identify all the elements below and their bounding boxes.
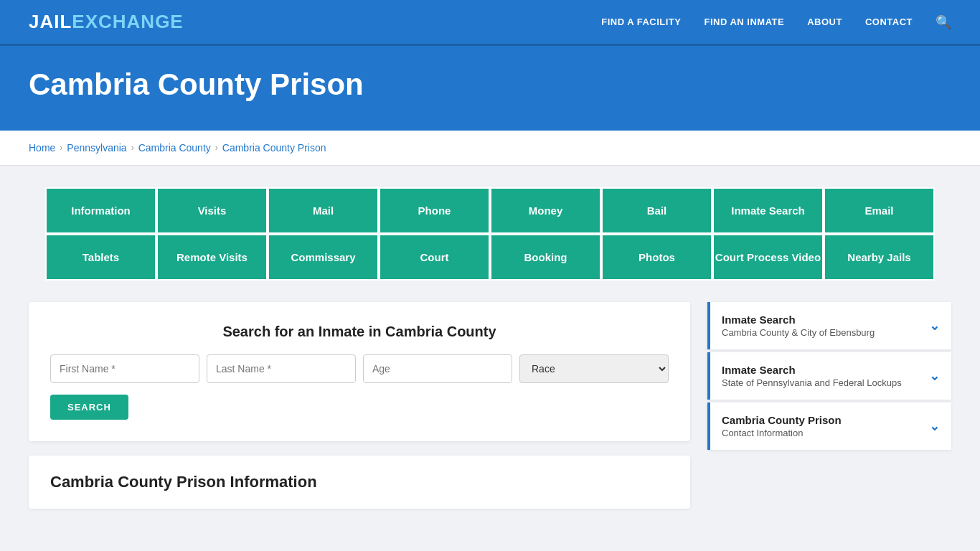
- tab-email[interactable]: Email: [824, 187, 935, 234]
- chevron-down-icon-0: ⌄: [929, 318, 940, 334]
- sidebar-card-0-title: Inmate Search: [722, 314, 875, 326]
- breadcrumb-sep-1: ›: [60, 143, 62, 153]
- first-name-input[interactable]: [50, 354, 199, 383]
- tab-mail[interactable]: Mail: [268, 187, 379, 234]
- main-nav: FIND A FACILITY FIND AN INMATE ABOUT CON…: [601, 14, 951, 30]
- sidebar-card-0: Inmate Search Cambria County & City of E…: [707, 302, 951, 349]
- search-icon-button[interactable]: 🔍: [936, 14, 951, 30]
- sidebar-card-2-title: Cambria County Prison: [722, 414, 842, 426]
- sidebar-card-2-sub: Contact Information: [722, 428, 842, 438]
- tab-money[interactable]: Money: [490, 187, 601, 234]
- tab-court-process-video[interactable]: Court Process Video: [712, 234, 824, 281]
- tab-photos[interactable]: Photos: [601, 234, 712, 281]
- chevron-down-icon-1: ⌄: [929, 368, 940, 384]
- sidebar-card-1-text: Inmate Search State of Pennsylvania and …: [722, 364, 902, 388]
- info-section: Cambria County Prison Information: [29, 456, 690, 509]
- breadcrumb-sep-2: ›: [131, 143, 134, 153]
- nav-find-facility[interactable]: FIND A FACILITY: [601, 17, 681, 27]
- breadcrumb-cambria-county[interactable]: Cambria County: [138, 142, 211, 154]
- search-panel: Search for an Inmate in Cambria County R…: [29, 302, 690, 441]
- breadcrumb-current: Cambria County Prison: [222, 142, 326, 154]
- sidebar-card-1-toggle[interactable]: Inmate Search State of Pennsylvania and …: [710, 352, 951, 400]
- tab-nearby-jails[interactable]: Nearby Jails: [824, 234, 935, 281]
- sidebar-card-1-title: Inmate Search: [722, 364, 902, 376]
- age-input[interactable]: [363, 354, 512, 383]
- hero-section: Cambria County Prison: [0, 46, 980, 131]
- sidebar-card-2: Cambria County Prison Contact Informatio…: [707, 402, 951, 450]
- sidebar-card-1-sub: State of Pennsylvania and Federal Lockup…: [722, 377, 902, 388]
- sidebar-card-0-sub: Cambria County & City of Ebensburg: [722, 327, 875, 338]
- left-column: Search for an Inmate in Cambria County R…: [29, 302, 690, 509]
- sidebar-card-2-text: Cambria County Prison Contact Informatio…: [722, 414, 842, 438]
- breadcrumb: Home › Pennsylvania › Cambria County › C…: [0, 131, 980, 166]
- tab-court[interactable]: Court: [379, 234, 490, 281]
- tabs-grid: Information Visits Mail Phone Money Bail…: [29, 187, 951, 281]
- breadcrumb-home[interactable]: Home: [29, 142, 55, 154]
- tab-commissary[interactable]: Commissary: [268, 234, 379, 281]
- tab-information[interactable]: Information: [45, 187, 156, 234]
- tab-tablets[interactable]: Tablets: [45, 234, 156, 281]
- content-area: Search for an Inmate in Cambria County R…: [29, 302, 951, 509]
- nav-contact[interactable]: CONTACT: [865, 17, 913, 27]
- sidebar-card-0-toggle[interactable]: Inmate Search Cambria County & City of E…: [710, 302, 951, 349]
- tab-remote-visits[interactable]: Remote Visits: [156, 234, 268, 281]
- breadcrumb-pennsylvania[interactable]: Pennsylvania: [67, 142, 126, 154]
- logo: JAILEXCHANGE: [29, 11, 184, 33]
- logo-jail: JAIL: [29, 11, 72, 33]
- sidebar: Inmate Search Cambria County & City of E…: [707, 302, 951, 453]
- last-name-input[interactable]: [207, 354, 356, 383]
- tab-bail[interactable]: Bail: [601, 187, 712, 234]
- logo-exchange: EXCHANGE: [72, 11, 183, 33]
- header: JAILEXCHANGE FIND A FACILITY FIND AN INM…: [0, 0, 980, 46]
- page-title: Cambria County Prison: [29, 67, 951, 102]
- tab-inmate-search[interactable]: Inmate Search: [712, 187, 824, 234]
- sidebar-card-2-toggle[interactable]: Cambria County Prison Contact Informatio…: [710, 402, 951, 450]
- search-button[interactable]: SEARCH: [50, 395, 128, 420]
- chevron-down-icon-2: ⌄: [929, 418, 940, 434]
- breadcrumb-sep-3: ›: [215, 143, 218, 153]
- nav-about[interactable]: ABOUT: [807, 17, 842, 27]
- sidebar-card-0-text: Inmate Search Cambria County & City of E…: [722, 314, 875, 338]
- info-title: Cambria County Prison Information: [50, 473, 669, 491]
- sidebar-card-1: Inmate Search State of Pennsylvania and …: [707, 352, 951, 400]
- tab-booking[interactable]: Booking: [490, 234, 601, 281]
- search-form: Race White Black Hispanic Asian Other: [50, 354, 669, 383]
- tab-phone[interactable]: Phone: [379, 187, 490, 234]
- search-title: Search for an Inmate in Cambria County: [50, 324, 669, 340]
- main-content: Information Visits Mail Phone Money Bail…: [0, 166, 980, 530]
- race-select[interactable]: Race White Black Hispanic Asian Other: [519, 354, 669, 383]
- tab-visits[interactable]: Visits: [156, 187, 268, 234]
- nav-find-inmate[interactable]: FIND AN INMATE: [704, 17, 784, 27]
